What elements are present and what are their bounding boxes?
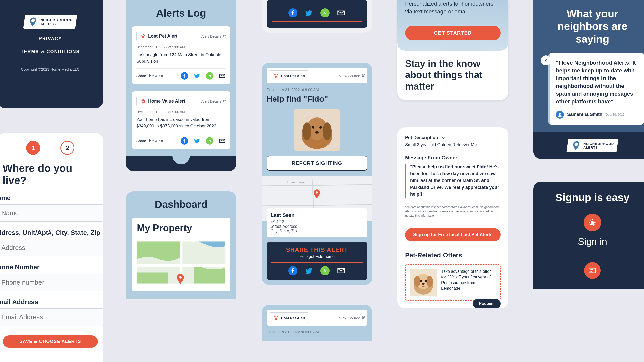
svg-point-1 bbox=[143, 34, 144, 35]
facebook-icon[interactable] bbox=[181, 137, 188, 145]
property-map[interactable] bbox=[137, 239, 225, 286]
data-disclaimer: *All data about this lost pet comes from… bbox=[405, 205, 501, 218]
svg-point-25 bbox=[275, 316, 276, 317]
svg-point-7 bbox=[274, 74, 275, 75]
author-date: Dec. 16, 2022 bbox=[606, 113, 624, 116]
email-icon[interactable] bbox=[337, 8, 346, 17]
divider bbox=[3, 62, 98, 62]
svg-point-16 bbox=[312, 126, 314, 129]
paw-icon bbox=[273, 315, 279, 321]
svg-point-2 bbox=[144, 35, 145, 36]
signin-label[interactable]: Sign in bbox=[541, 236, 644, 247]
last-seen-city: City, State, Zip bbox=[271, 229, 363, 233]
facebook-icon[interactable] bbox=[181, 72, 188, 80]
svg-point-33 bbox=[420, 280, 422, 282]
alert-type-badge: Lost Pet Alert bbox=[136, 31, 181, 41]
message-from-owner-title: Message From Owner bbox=[405, 155, 501, 161]
nextdoor-icon[interactable] bbox=[320, 8, 330, 17]
pet-alert-date: December 31, 2022 at 9:00 AM bbox=[267, 330, 367, 334]
nextdoor-icon[interactable] bbox=[320, 266, 330, 275]
share-banner-top bbox=[267, 0, 367, 28]
svg-point-31 bbox=[414, 276, 420, 287]
pet-description-dropdown[interactable]: Pet Description bbox=[405, 135, 501, 140]
pet-offer-card: Take advantage of this offer for 25% off… bbox=[405, 264, 501, 301]
save-choose-alerts-button[interactable]: SAVE & CHOOSE ALERTS bbox=[3, 335, 98, 348]
twitter-icon[interactable] bbox=[304, 8, 313, 17]
alert-details-link[interactable]: Alert Details bbox=[201, 99, 226, 103]
facebook-icon[interactable] bbox=[288, 8, 297, 17]
testimonial-heading: What your neighbors are saying bbox=[541, 8, 644, 46]
offer-text: Take advantage of this offer for 25% off… bbox=[441, 269, 496, 296]
nextdoor-icon[interactable] bbox=[206, 72, 213, 80]
svg-text:Locust Lane: Locust Lane bbox=[287, 180, 305, 184]
svg-point-10 bbox=[275, 76, 277, 78]
last-seen-date: 4/14/23 bbox=[271, 220, 363, 224]
view-source-link[interactable]: View Source bbox=[339, 74, 365, 78]
map-pin-icon bbox=[570, 140, 582, 151]
report-sighting-button[interactable]: REPORT SIGHTING bbox=[267, 156, 367, 171]
lost-pet-detail-card: Lost Pet Alert View Source December 31, … bbox=[262, 63, 372, 285]
map-pin-icon bbox=[313, 189, 320, 198]
brand-logo: NEIGHBORHOOD ALERTS bbox=[23, 15, 77, 29]
email-icon[interactable] bbox=[218, 137, 226, 145]
get-started-button[interactable]: GET STARTED bbox=[405, 26, 501, 40]
terms-link[interactable]: TERMS & CONDITIONS bbox=[3, 49, 98, 54]
testimonial-card: What your neighbors are saying "I love N… bbox=[533, 0, 644, 159]
redeem-button[interactable]: Redeem bbox=[473, 299, 501, 308]
email-input[interactable] bbox=[0, 308, 103, 326]
address-label: ddress, Unit/Apt#, City, State, Zip bbox=[0, 229, 103, 237]
signup-lost-pet-alerts-button[interactable]: Sign up for Free local Lost Pet Alerts bbox=[405, 228, 501, 241]
facebook-icon[interactable] bbox=[288, 266, 297, 275]
svg-point-9 bbox=[277, 74, 278, 75]
review-text: "I love Neighborhood Alerts! It helps me… bbox=[556, 59, 638, 106]
svg-point-32 bbox=[426, 276, 433, 287]
pet-alert-badge: Lost Pet Alert bbox=[269, 70, 309, 81]
twitter-icon[interactable] bbox=[193, 72, 201, 80]
nextdoor-icon[interactable] bbox=[206, 137, 213, 145]
twitter-icon[interactable] bbox=[304, 266, 313, 275]
author-avatar bbox=[556, 111, 564, 119]
last-seen-title: Last Seen bbox=[271, 212, 363, 218]
share-label: Share This Alert bbox=[136, 139, 163, 143]
bottom-nav-bar bbox=[126, 156, 236, 171]
carousel-prev-button[interactable] bbox=[541, 55, 551, 65]
pet-alert-badge: Lost Pet Alert bbox=[269, 312, 309, 323]
author-name: Samantha Smith bbox=[567, 112, 602, 117]
offer-pet-image bbox=[410, 269, 437, 296]
chevron-down-icon bbox=[441, 136, 445, 140]
stay-in-know-title: Stay in the know about things that matte… bbox=[397, 51, 508, 100]
copyright-text: Copyright ©2023 Home Media LLC bbox=[3, 67, 98, 71]
pet-photo bbox=[294, 109, 340, 151]
alert-details-link[interactable]: Alert Details bbox=[201, 34, 226, 38]
hero-subtitle: Personalized alerts for homeowners via t… bbox=[405, 0, 501, 16]
pet-badge-label: Lost Pet Alert bbox=[281, 316, 305, 320]
email-icon[interactable] bbox=[218, 72, 226, 80]
id-card-icon bbox=[588, 266, 597, 275]
cursor-click-icon bbox=[588, 218, 597, 227]
svg-point-14 bbox=[302, 122, 311, 140]
step-2: 2 bbox=[60, 141, 74, 155]
paw-icon bbox=[273, 73, 279, 79]
svg-point-8 bbox=[275, 74, 276, 75]
alerts-log-title: Alerts Log bbox=[132, 8, 230, 19]
svg-point-0 bbox=[141, 35, 142, 36]
owner-message-quote: "Please help us find our sweet Fido! He'… bbox=[405, 164, 501, 198]
my-property-title: My Property bbox=[137, 223, 225, 234]
chevron-left-icon bbox=[544, 58, 548, 63]
social-share-row bbox=[181, 72, 226, 80]
step-connector bbox=[45, 148, 55, 148]
email-icon[interactable] bbox=[337, 266, 346, 275]
pet-info-card: Pet Description Small 2-year-old Golden … bbox=[397, 127, 508, 308]
map-pin-icon bbox=[177, 274, 184, 284]
share-alert-block: SHARE THIS ALERT Help get Fido home bbox=[267, 242, 367, 280]
external-link-icon bbox=[361, 74, 365, 77]
form-title: Where do you live? bbox=[0, 162, 103, 187]
alert-body: Your home has increased in value from $3… bbox=[136, 116, 226, 129]
twitter-icon[interactable] bbox=[193, 137, 201, 145]
phone-input[interactable] bbox=[0, 274, 103, 291]
privacy-link[interactable]: PRIVACY bbox=[3, 36, 98, 41]
name-input[interactable] bbox=[0, 204, 103, 222]
view-source-link[interactable]: View Source bbox=[339, 316, 365, 320]
address-input[interactable] bbox=[0, 239, 103, 256]
testimonial-review: "I love Neighborhood Alerts! It helps me… bbox=[548, 53, 644, 125]
